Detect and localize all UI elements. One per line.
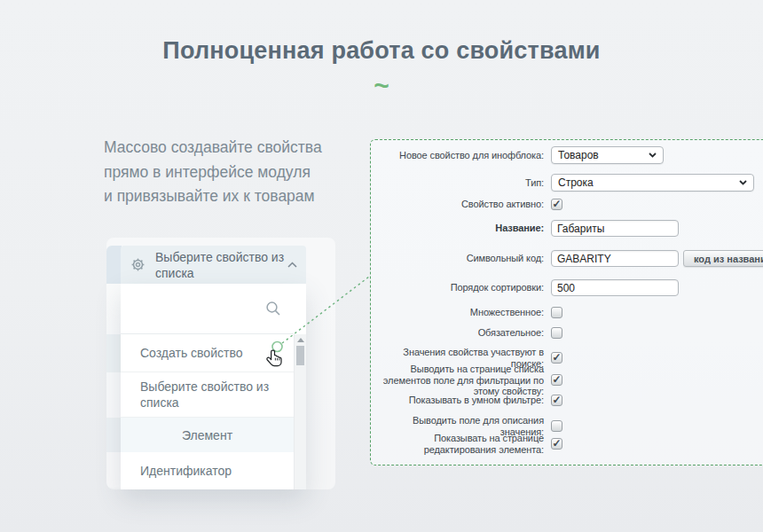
dropdown-item-element[interactable]: Элемент	[121, 418, 294, 452]
field-label-filterable: Выводить на странице списка элементов по…	[371, 364, 544, 397]
intro-line: и привязывайте их к товарам	[104, 184, 322, 209]
symbolic-code-input[interactable]	[551, 250, 679, 267]
accent-tilde: ~	[0, 71, 763, 101]
sort-order-input[interactable]	[551, 279, 679, 296]
background-row	[106, 246, 122, 284]
field-label-show-on-edit-page: Показывать на странице редактирования эл…	[371, 433, 544, 455]
dropdown-search[interactable]	[121, 284, 294, 334]
filterable-checkbox[interactable]: ✓	[551, 374, 562, 386]
search-icon	[265, 301, 281, 317]
intro-line: Массово создавайте свойства	[104, 136, 322, 160]
chevron-up-icon	[287, 262, 297, 268]
field-label-infoblock: Новое свойство для инофблока:	[371, 150, 544, 161]
field-label-multiple: Множественное:	[371, 307, 544, 318]
scroll-up-icon[interactable]	[297, 338, 304, 342]
dropdown-item-select-from-list[interactable]: Выберите свойство из списка	[121, 372, 294, 418]
scrollbar-thumb[interactable]	[296, 346, 304, 365]
type-select[interactable]: Строка	[551, 174, 754, 192]
property-select-header[interactable]: Выберите свойство из списка	[121, 246, 306, 284]
intro-text: Массово создавайте свойства прямо в инте…	[104, 136, 322, 209]
field-label-type: Тип:	[371, 177, 544, 189]
show-on-edit-page-checkbox[interactable]: ✓	[551, 438, 562, 450]
background-row	[106, 372, 122, 418]
type-select-value: Строка	[558, 176, 594, 189]
field-label-active: Свойство активно:	[371, 199, 544, 210]
smart-filter-checkbox[interactable]: ✓	[551, 395, 562, 406]
scrollbar[interactable]	[294, 334, 306, 489]
page-title: Полноценная работа со свойствами	[0, 37, 763, 65]
gear-icon	[130, 256, 146, 273]
dropdown-item-create-property[interactable]: Создать свойство	[121, 334, 294, 372]
intro-line: прямо в интерфейсе модуля	[104, 160, 322, 185]
value-description-checkbox[interactable]	[551, 420, 562, 432]
dropdown-header-label: Выберите свойство из списка	[155, 249, 287, 281]
chevron-down-icon	[649, 153, 657, 158]
field-label-smart-filter: Показывать в умном фильтре:	[371, 395, 544, 406]
chevron-down-icon	[739, 180, 747, 185]
background-row	[106, 284, 122, 334]
required-checkbox[interactable]	[551, 327, 562, 339]
code-from-name-button[interactable]: код из названия	[683, 250, 763, 267]
property-dropdown: Создать свойство Выберите свойство из сп…	[121, 284, 306, 489]
searchable-checkbox[interactable]: ✓	[551, 352, 562, 364]
background-row	[106, 418, 122, 452]
infoblock-select-value: Товаров	[558, 149, 599, 161]
background-row	[106, 452, 122, 488]
field-label-sort: Порядок сортировки:	[371, 282, 544, 293]
page: Полноценная работа со свойствами ~ Массо…	[0, 0, 763, 532]
background-row	[106, 334, 122, 372]
field-label-code: Символьный код:	[371, 253, 544, 264]
infoblock-select[interactable]: Товаров	[551, 146, 664, 164]
multiple-checkbox[interactable]	[551, 307, 562, 318]
dropdown-item-identifier[interactable]: Идентификатор	[121, 452, 294, 489]
name-input[interactable]	[551, 220, 679, 237]
field-label-name: Название:	[371, 223, 544, 234]
field-label-required: Обязательное:	[371, 327, 544, 339]
active-checkbox[interactable]: ✓	[551, 199, 562, 210]
property-form-panel: Новое свойство для инофблока: Товаров Ти…	[370, 139, 763, 466]
